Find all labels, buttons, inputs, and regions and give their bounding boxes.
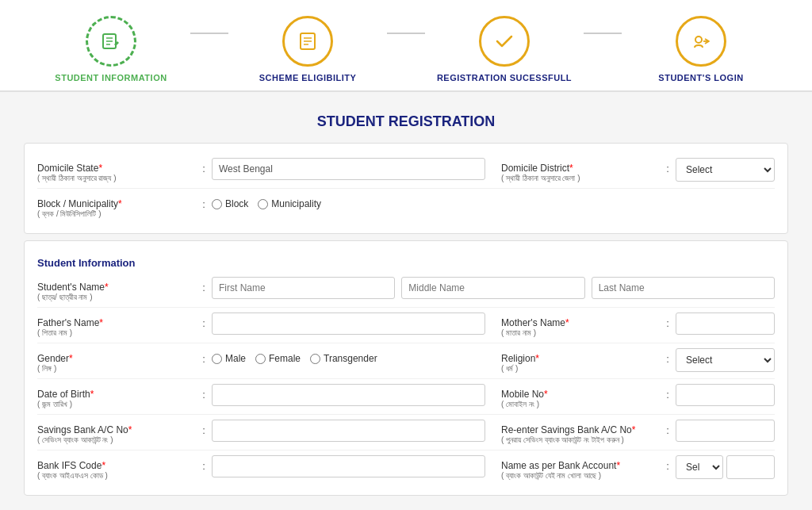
domicile-district-value: Select xyxy=(676,158,775,182)
sep-12: : xyxy=(660,420,676,436)
parents-name-row: Father's Name* ( পিতার নাম ) : Mother's … xyxy=(37,308,775,343)
dob-mobile-row: Date of Birth* ( জন্ম তারিখ ) : Mobile N… xyxy=(37,379,775,415)
mobile-value xyxy=(676,384,775,406)
step-3-circle xyxy=(479,16,530,67)
students-name-row: Student's Name* ( ছাত্র/ ছাত্রীর নাম ) : xyxy=(37,272,775,308)
dob-label: Date of Birth* ( জন্ম তারিখ ) xyxy=(37,384,196,409)
step-registration-successful[interactable]: REGISTRATION SUCESSFULL xyxy=(425,16,584,82)
connector-1 xyxy=(190,33,228,34)
municipality-radio[interactable] xyxy=(258,199,268,209)
form-container: STUDENT REGISTRATION Domicile State* ( স… xyxy=(0,92,812,510)
middle-name-input[interactable] xyxy=(401,277,584,299)
step-student-information[interactable]: STUDENT INFORMATION xyxy=(32,16,190,82)
domicile-section: Domicile State* ( স্থায়ী ঠিকানা অনুসারে… xyxy=(24,143,788,234)
female-radio[interactable] xyxy=(255,354,266,364)
bank-account-name-label: Name as per Bank Account* ( ব্যাংক আকাউন… xyxy=(501,455,660,481)
reenter-savings-group: Re-enter Savings Bank A/C No* ( পুনরায় … xyxy=(501,420,775,445)
municipality-radio-label[interactable]: Municipality xyxy=(258,198,321,209)
sep-10: : xyxy=(660,384,676,401)
bank-ifs-row: Bank IFS Code* ( ব্যাংক আইএফএস কোড ) : N… xyxy=(37,451,775,485)
male-radio[interactable] xyxy=(212,354,222,364)
domicile-district-group: Domicile District* ( স্থায়ী ঠিকানা অনুস… xyxy=(501,158,775,183)
step-3-label: REGISTRATION SUCESSFULL xyxy=(437,73,572,82)
fathers-name-label: Father's Name* ( পিতার নাম ) xyxy=(37,313,196,338)
mothers-name-value xyxy=(676,313,775,335)
fathers-name-input-wrap xyxy=(212,313,501,335)
mothers-name-label: Mother's Name* ( মাতার নাম ) xyxy=(501,313,660,338)
student-info-section: Student Information Student's Name* ( ছা… xyxy=(24,240,788,496)
connector-2 xyxy=(387,33,425,34)
last-name-input[interactable] xyxy=(592,277,775,299)
sep-3: : xyxy=(196,194,212,210)
bank-prefix-select[interactable]: Sel xyxy=(676,455,723,479)
sep-14: : xyxy=(660,455,676,472)
transgender-radio-label[interactable]: Transgender xyxy=(310,353,377,364)
block-municipality-row: Block / Municipality* ( ব্লক / মিউনিসিপা… xyxy=(37,189,775,224)
gender-label: Gender* ( লিঙ্গ ) xyxy=(37,348,196,374)
religion-value: Select xyxy=(676,348,775,372)
religion-label: Religion* ( ধর্ম ) xyxy=(501,348,660,374)
mobile-label: Mobile No* ( মোবাইল নং ) xyxy=(501,384,660,409)
fathers-name-input[interactable] xyxy=(212,313,485,335)
step-1-label: STUDENT INFORMATION xyxy=(55,73,167,82)
savings-ac-row: Savings Bank A/C No* ( সেভিংস ব্যাংক আকা… xyxy=(37,415,775,451)
sep-1: : xyxy=(196,158,212,174)
domicile-row: Domicile State* ( স্থায়ী ঠিকানা অনুসারে… xyxy=(37,153,775,189)
mobile-input[interactable] xyxy=(676,384,775,406)
student-info-heading: Student Information xyxy=(37,251,775,272)
step-4-label: STUDENT'S LOGIN xyxy=(658,73,743,82)
sep-6: : xyxy=(660,313,676,329)
sep-7: : xyxy=(196,348,212,365)
step-1-circle xyxy=(86,16,136,67)
sep-2: : xyxy=(660,158,676,174)
domicile-district-label: Domicile District* ( স্থায়ী ঠিকানা অনুস… xyxy=(501,158,660,183)
mobile-group: Mobile No* ( মোবাইল নং ) : xyxy=(501,384,775,409)
religion-select[interactable]: Select xyxy=(676,348,775,372)
dob-input[interactable] xyxy=(212,384,485,406)
sep-8: : xyxy=(660,348,676,365)
bank-account-name-input[interactable] xyxy=(726,455,775,479)
name-fields-group xyxy=(212,277,775,299)
block-municipality-options: Block Municipality xyxy=(212,194,775,209)
sep-13: : xyxy=(196,455,212,472)
bank-ifs-input-wrap xyxy=(212,455,501,477)
reenter-savings-label: Re-enter Savings Bank A/C No* ( পুনরায় … xyxy=(501,420,660,445)
domicile-state-label: Domicile State* ( স্থায়ী ঠিকানা অনুসারে… xyxy=(37,158,196,183)
step-4-circle xyxy=(676,16,726,67)
sep-5: : xyxy=(196,313,212,329)
sep-11: : xyxy=(196,420,212,436)
bank-account-name-group: Name as per Bank Account* ( ব্যাংক আকাউন… xyxy=(501,455,775,481)
domicile-state-input[interactable] xyxy=(212,158,485,180)
stepper: STUDENT INFORMATION SCHEME ELIGIBILITY R… xyxy=(0,0,812,92)
step-scheme-eligibility[interactable]: SCHEME ELIGIBILITY xyxy=(228,16,387,82)
connector-3 xyxy=(584,33,622,34)
male-radio-label[interactable]: Male xyxy=(212,353,246,364)
reenter-savings-value xyxy=(676,420,775,442)
reenter-savings-input[interactable] xyxy=(676,420,775,442)
block-radio-label[interactable]: Block xyxy=(212,198,248,209)
gender-options: Male Female Transgender xyxy=(212,348,501,364)
sep-4: : xyxy=(196,277,212,293)
step-2-label: SCHEME ELIGIBILITY xyxy=(259,73,357,82)
bank-ifs-input[interactable] xyxy=(212,455,485,477)
transgender-radio[interactable] xyxy=(310,354,320,364)
captcha-section: 0³8₆5⁶ ↻ Type the text in the box below. xyxy=(24,502,788,510)
savings-ac-input[interactable] xyxy=(212,420,485,442)
savings-ac-input-wrap xyxy=(212,420,501,442)
svg-point-8 xyxy=(695,36,702,43)
domicile-district-select[interactable]: Select xyxy=(676,158,775,182)
step-2-circle xyxy=(282,16,333,67)
block-radio[interactable] xyxy=(212,199,222,209)
sep-9: : xyxy=(196,384,212,401)
female-radio-label[interactable]: Female xyxy=(255,353,301,364)
first-name-input[interactable] xyxy=(212,277,395,299)
bank-account-name-value: Sel xyxy=(676,455,775,479)
savings-ac-label: Savings Bank A/C No* ( সেভিংস ব্যাংক আকা… xyxy=(37,420,196,445)
bank-ifs-label: Bank IFS Code* ( ব্যাংক আইএফএস কোড ) xyxy=(37,455,196,481)
mothers-name-input[interactable] xyxy=(676,313,775,335)
religion-group: Religion* ( ধর্ম ) : Select xyxy=(501,348,775,374)
block-municipality-label: Block / Municipality* ( ব্লক / মিউনিসিপা… xyxy=(37,194,196,219)
form-title: STUDENT REGISTRATION xyxy=(24,104,788,143)
domicile-state-input-wrap xyxy=(212,158,501,180)
step-students-login[interactable]: STUDENT'S LOGIN xyxy=(622,16,780,82)
